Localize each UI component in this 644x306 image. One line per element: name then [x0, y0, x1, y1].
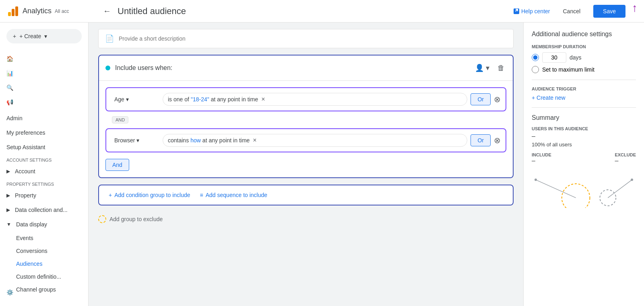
- add-exclude-row: Add group to exclude: [98, 212, 514, 226]
- svg-point-3: [562, 184, 590, 208]
- panel-divider: [532, 80, 636, 80]
- account-settings-label: Account settings: [0, 154, 88, 164]
- age-dimension-dropdown[interactable]: Age ▾: [111, 94, 159, 105]
- purple-arrow-decoration: ↑: [632, 2, 638, 14]
- explore-icon: 🔍: [6, 84, 13, 91]
- svg-point-5: [535, 179, 537, 181]
- add-group-bar: + Add condition group to include ≡ Add s…: [98, 185, 514, 205]
- sidebar: + + Create ▾ 🏠 📊 🔍 📢 Admin My preference…: [0, 23, 89, 306]
- sidebar-item-setup[interactable]: Setup Assistant: [0, 140, 88, 154]
- gear-icon: ⚙️: [6, 289, 13, 296]
- svg-rect-0: [8, 12, 11, 16]
- chevron-right-icon: ▶: [6, 168, 10, 174]
- max-limit-row: Set to maximum limit: [532, 66, 636, 73]
- summary-title: Summary: [532, 114, 636, 121]
- condition-row-age: Age ▾ is one of "18-24" at any point in …: [105, 87, 506, 111]
- panel-divider-2: [532, 107, 636, 108]
- days-input[interactable]: [542, 52, 566, 63]
- browser-or-button[interactable]: Or: [471, 134, 491, 146]
- and-button[interactable]: And: [105, 159, 129, 171]
- exclude-col: EXCLUDE –: [615, 152, 636, 164]
- condition-row-browser: Browser ▾ contains how at any point in t…: [105, 128, 506, 152]
- help-center-button[interactable]: Help center: [513, 8, 550, 14]
- users-percent: 100% of all users: [532, 142, 636, 148]
- teal-dot: [105, 66, 110, 70]
- sidebar-item-home[interactable]: 🏠: [0, 51, 88, 66]
- sidebar-sub-custom-def[interactable]: Custom definitio...: [0, 270, 88, 283]
- sidebar-item-account[interactable]: ▶ Account: [0, 164, 88, 179]
- browser-remove-button[interactable]: ⊗: [494, 136, 501, 145]
- membership-radio[interactable]: [532, 54, 539, 61]
- main-layout: + + Create ▾ 🏠 📊 🔍 📢 Admin My preference…: [0, 23, 644, 306]
- cancel-button[interactable]: Cancel: [556, 5, 587, 18]
- summary-cols: INCLUDE – EXCLUDE –: [532, 152, 636, 164]
- conditions-container: Age ▾ is one of "18-24" at any point in …: [99, 81, 513, 159]
- age-condition-chip[interactable]: is one of "18-24" at any point in time ×: [163, 93, 467, 106]
- include-header: Include users when: 👤 ▾ 🗑: [99, 55, 513, 81]
- sidebar-item-admin[interactable]: Admin: [0, 111, 88, 125]
- analytics-logo-icon: [6, 5, 19, 18]
- plus-icon: +: [13, 33, 16, 39]
- sidebar-item-advertising[interactable]: 📢: [0, 95, 88, 109]
- sidebar-item-data-display[interactable]: ▼ Data display: [0, 217, 88, 232]
- advertising-icon: 📢: [6, 99, 13, 105]
- create-new-button[interactable]: + Create new: [532, 94, 566, 101]
- panel-title: Additional audience settings: [532, 31, 636, 38]
- home-icon: 🏠: [6, 55, 13, 62]
- add-exclude-button[interactable]: Add group to exclude: [98, 212, 163, 226]
- analytics-logo: Analytics: [6, 5, 52, 18]
- sidebar-sub-audiences[interactable]: Audiences: [0, 257, 88, 270]
- plus-icon-condition: +: [109, 192, 112, 198]
- audience-trigger-label: AUDIENCE TRIGGER: [532, 86, 636, 91]
- delete-group-button[interactable]: 🗑: [496, 62, 506, 74]
- age-or-button[interactable]: Or: [471, 93, 491, 105]
- and-badge: AND: [112, 116, 128, 123]
- exclude-col-label: EXCLUDE: [615, 152, 636, 157]
- bar-chart-icon: 📊: [6, 70, 13, 76]
- audience-chart: [532, 168, 636, 208]
- age-chip-close[interactable]: ×: [261, 96, 265, 103]
- page-title: Untitled audience: [118, 6, 186, 16]
- sidebar-sub-events[interactable]: Events: [0, 232, 88, 244]
- chevron-right-icon-3: ▶: [6, 207, 10, 213]
- all-accounts: All acc: [55, 8, 69, 14]
- membership-label: MEMBERSHIP DURATION: [532, 44, 636, 49]
- age-remove-button[interactable]: ⊗: [494, 94, 501, 104]
- include-col-label: INCLUDE: [532, 152, 551, 157]
- days-label: days: [570, 54, 582, 61]
- property-settings-label: Property settings: [0, 179, 88, 188]
- sidebar-item-property[interactable]: ▶ Property: [0, 188, 88, 203]
- browser-chip-close[interactable]: ×: [253, 137, 256, 144]
- chevron-down-icon-2: ▼: [6, 222, 11, 227]
- include-header-right: 👤 ▾ 🗑: [472, 62, 506, 74]
- right-panel: Additional audience settings MEMBERSHIP …: [523, 23, 644, 306]
- max-limit-radio[interactable]: [532, 66, 539, 73]
- chevron-right-icon-2: ▶: [6, 193, 10, 198]
- add-condition-group-button[interactable]: + Add condition group to include: [109, 192, 190, 198]
- create-button[interactable]: + + Create ▾: [6, 29, 82, 43]
- chevron-down-icon: ▾: [44, 33, 47, 39]
- svg-point-6: [631, 179, 633, 181]
- sidebar-item-settings[interactable]: ⚙️: [0, 285, 89, 300]
- topbar: Analytics All acc ← Untitled audience He…: [0, 0, 644, 23]
- add-sequence-button[interactable]: ≡ Add sequence to include: [200, 192, 268, 198]
- chevron-down-icon-browser: ▾: [136, 137, 139, 144]
- save-button[interactable]: Save: [593, 5, 625, 18]
- description-input[interactable]: [119, 35, 507, 42]
- sidebar-item-data-collection[interactable]: ▶ Data collection and...: [0, 203, 88, 217]
- sequence-icon: ≡: [200, 192, 203, 198]
- sidebar-item-reports[interactable]: 📊: [0, 66, 88, 80]
- sidebar-item-preferences[interactable]: My preferences: [0, 125, 88, 140]
- browser-condition-chip[interactable]: contains how at any point in time ×: [163, 134, 467, 147]
- back-button[interactable]: ←: [101, 5, 113, 17]
- include-col-val: –: [532, 157, 551, 164]
- description-bar: 📄: [98, 29, 514, 48]
- browser-dimension-dropdown[interactable]: Browser ▾: [111, 135, 159, 146]
- sidebar-sub-conversions[interactable]: Conversions: [0, 244, 88, 257]
- sidebar-item-explore[interactable]: 🔍: [0, 80, 88, 95]
- include-group: Include users when: 👤 ▾ 🗑 Age ▾ is one o…: [98, 55, 514, 178]
- user-icon-button[interactable]: 👤 ▾: [472, 62, 493, 74]
- include-title: Include users when:: [115, 64, 172, 72]
- include-col: INCLUDE –: [532, 152, 551, 164]
- external-link-icon: [513, 8, 520, 14]
